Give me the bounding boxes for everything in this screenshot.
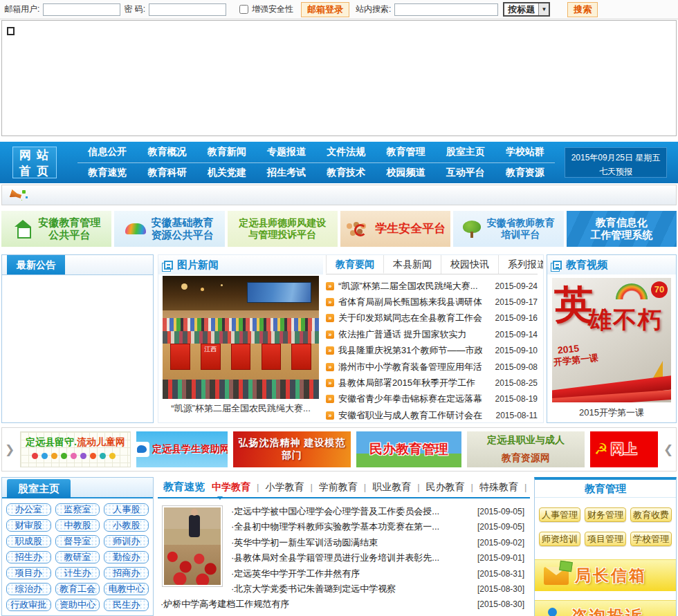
news-item-title[interactable]: 省体育局副局长甄国栋来我县调研体... <box>338 296 482 308</box>
news-item[interactable]: » 县教体局部署2015年秋季开学工作 2015-08-25 <box>326 375 538 391</box>
nav-item-overview[interactable]: 教育概况 <box>137 146 196 158</box>
photo-news-image[interactable]: 江西 <box>163 276 319 399</box>
video-thumbnail[interactable]: 70 英 雄不朽 2015 开学第一课 <box>552 278 671 402</box>
dept-button[interactable]: 监察室 <box>55 503 100 516</box>
dept-button[interactable]: 行政审批 <box>6 599 51 611</box>
director-mailbox-banner[interactable]: 局长信箱 <box>535 559 676 591</box>
news-item[interactable]: » 滁州市中小学教育装备管理应用年活... 2015-09-08 <box>326 359 538 375</box>
tab-private[interactable]: 民办教育 <box>426 481 465 494</box>
dept-button[interactable]: 勤俭办 <box>104 551 149 563</box>
quick-view-item[interactable]: [2015-08-31] ·定远英华中学开学工作井然有序 <box>231 566 524 581</box>
email-login-button[interactable]: 邮箱登录 <box>301 2 349 17</box>
enhanced-security-checkbox[interactable] <box>239 5 248 14</box>
platform-student-safety[interactable]: 学生安全平台 <box>340 211 450 247</box>
nav-item-management[interactable]: 教育管理 <box>376 146 435 158</box>
dept-button[interactable]: 职成股 <box>6 535 51 548</box>
tab-county-news[interactable]: 本县新闻 <box>384 255 441 274</box>
site-home-button[interactable]: 网 站 首 页 <box>12 147 57 178</box>
tab-departments-home[interactable]: 股室主页 <box>7 479 71 498</box>
dept-button[interactable]: 资助中心 <box>55 599 100 611</box>
dept-button[interactable]: 小教股 <box>104 519 149 532</box>
dept-button[interactable]: 电教中心 <box>104 583 149 595</box>
nav-item-info[interactable]: 信息公开 <box>77 146 137 158</box>
news-item-title[interactable]: 安徽省职业与成人教育工作研讨会在... <box>338 409 482 422</box>
nav-item-technology[interactable]: 教育技术 <box>316 167 376 179</box>
platform-edu-informatization[interactable]: 教育信息化 工作管理系统 <box>567 211 677 247</box>
consult-complaint-banner[interactable]: 咨询投诉 <box>535 600 676 616</box>
nav-item-departments[interactable]: 股室主页 <box>436 146 495 158</box>
banner-party-online[interactable]: ☭ 网上 <box>590 431 658 467</box>
item-title[interactable]: ·定远中学被中国心理学会心理学普及工作委员会授... <box>231 506 439 516</box>
news-item-title[interactable]: “凯源”杯第二届全国农民跳绳大赛... <box>338 280 482 292</box>
news-item[interactable]: » 我县隆重庆祝第31个教师节——市政... 2015-09-10 <box>326 343 538 359</box>
tab-campus-express[interactable]: 校园快讯 <box>441 255 499 274</box>
search-type-select[interactable]: 按标题 ▼ <box>503 2 550 17</box>
quick-view-item[interactable]: [2015-08-30] ·炉桥中学高考建档工作规范有序 <box>161 597 524 612</box>
dept-button[interactable]: 项目办 <box>6 567 51 579</box>
photo-news-caption[interactable]: “凯源”杯第二届全国农民跳绳大赛... <box>158 402 323 415</box>
dept-button[interactable]: 办公室 <box>6 503 51 516</box>
banner-shenhao-spirit[interactable]: 弘扬沈浩精神 建设模范部门 <box>233 431 351 467</box>
platform-anhui-edu-management[interactable]: 安徽教育管理 公共平台 <box>1 211 111 247</box>
quick-view-item[interactable]: [2015-09-02] ·英华中学初一新生军训活动圆满结束 <box>231 535 524 550</box>
item-title[interactable]: ·定远英华中学开学工作井然有序 <box>231 568 360 579</box>
item-title[interactable]: ·英华中学初一新生军训活动圆满结束 <box>231 537 378 548</box>
quick-view-item[interactable]: [2015-09-05] ·全县初中物理学科教师实验教学基本功竞赛在第一... <box>231 519 524 534</box>
quick-view-item[interactable]: [2015-09-01] ·县教体局对全县学籍管理员进行业务培训并表彰先... <box>231 550 524 566</box>
nav-item-schools[interactable]: 学校站群 <box>495 146 555 158</box>
dept-button[interactable]: 计生办 <box>55 567 100 579</box>
item-title[interactable]: ·炉桥中学高考建档工作规范有序 <box>161 599 289 609</box>
search-button[interactable]: 搜索 <box>567 2 598 17</box>
news-item-title[interactable]: 滁州市中小学教育装备管理应用年活... <box>338 361 482 373</box>
tab-preschool[interactable]: 学前教育 <box>319 481 358 494</box>
tab-vocational[interactable]: 职业教育 <box>372 481 411 494</box>
banner-private-education[interactable]: 民办教育管理 <box>356 431 461 467</box>
mgmt-button[interactable]: 教育收费 <box>630 507 672 522</box>
nav-item-interactive[interactable]: 互动平台 <box>436 167 495 179</box>
item-title[interactable]: ·县教体局对全县学籍管理员进行业务培训并表彰先... <box>231 552 439 563</box>
strip-scroll-right-icon[interactable]: ❮ <box>663 442 673 457</box>
news-item[interactable]: » 省体育局副局长甄国栋来我县调研体... 2015-09-17 <box>326 294 538 310</box>
nav-item-enrollment[interactable]: 招生考试 <box>257 167 316 179</box>
quick-view-item[interactable]: [2015-08-30] ·北京大学党委书记朱善璐到定远中学视察 <box>231 581 524 597</box>
platform-teacher-ethics-complaints[interactable]: 定远县师德师风建设 与管理投诉平台 <box>228 211 338 247</box>
quick-view-item[interactable]: [2015-09-05] ·定远中学被中国心理学会心理学普及工作委员会授... <box>231 504 524 519</box>
email-user-input[interactable] <box>43 3 120 16</box>
mgmt-button[interactable]: 师资培训 <box>539 532 580 546</box>
dept-button[interactable]: 中教股 <box>55 519 100 532</box>
nav-item-news[interactable]: 教育新闻 <box>197 146 257 158</box>
news-item-title[interactable]: 依法推广普通话 提升国家软实力 <box>338 328 482 341</box>
nav-item-research[interactable]: 教育科研 <box>137 167 196 179</box>
nav-item-quickview[interactable]: 教育速览 <box>77 167 137 179</box>
platform-anhui-basic-edu-resources[interactable]: 安徽基础教育 资源公共平台 <box>114 211 224 247</box>
nav-item-campus[interactable]: 校园频道 <box>376 167 435 179</box>
video-caption[interactable]: 2015开学第一课 <box>547 407 676 419</box>
dept-button[interactable]: 财审股 <box>6 519 51 532</box>
tab-primary-school[interactable]: 小学教育 <box>265 481 304 494</box>
tab-series-reports[interactable]: 系列报道 <box>499 255 543 274</box>
dept-button[interactable]: 人事股 <box>104 503 149 516</box>
mgmt-button[interactable]: 学校管理 <box>630 532 672 546</box>
dept-button[interactable]: 招商办 <box>104 567 149 579</box>
mgmt-button[interactable]: 项目管理 <box>585 532 626 546</box>
quick-view-item[interactable]: [2015-08-29] ·藕塘小学新生入学教育活动圆满结束 <box>161 613 524 615</box>
nav-item-resources[interactable]: 教育资源 <box>495 167 555 179</box>
item-title[interactable]: ·北京大学党委书记朱善璐到定远中学视察 <box>231 584 396 594</box>
platform-teacher-training[interactable]: 安徽省教师教育 培训平台 <box>453 211 563 247</box>
dept-button[interactable]: 综治办 <box>6 583 51 595</box>
nav-item-regulations[interactable]: 文件法规 <box>316 146 376 158</box>
strip-scroll-left-icon[interactable]: ❯ <box>5 442 15 457</box>
dept-button[interactable]: 教研室 <box>55 551 100 563</box>
banner-student-aid-net[interactable]: 定远县学生资助网 <box>136 431 228 467</box>
news-item-title[interactable]: 我县隆重庆祝第31个教师节——市政... <box>338 344 482 357</box>
news-item[interactable]: » 安徽省青少年拳击锦标赛在定远落幕... 2015-08-19 <box>326 391 538 407</box>
nav-item-special[interactable]: 专题报道 <box>257 146 316 158</box>
mgmt-button[interactable]: 财务管理 <box>585 507 626 522</box>
mgmt-button[interactable]: 人事管理 <box>539 507 580 522</box>
nav-item-party[interactable]: 机关党建 <box>197 167 257 179</box>
password-input[interactable] <box>149 3 226 16</box>
site-search-input[interactable] <box>394 3 498 16</box>
banner-leftbehind-children-net[interactable]: 定远县留守.流动儿童网 <box>20 431 131 467</box>
news-item[interactable]: » 依法推广普通话 提升国家软实力 2015-09-14 <box>326 326 538 342</box>
dept-button[interactable]: 师训办 <box>104 535 149 548</box>
